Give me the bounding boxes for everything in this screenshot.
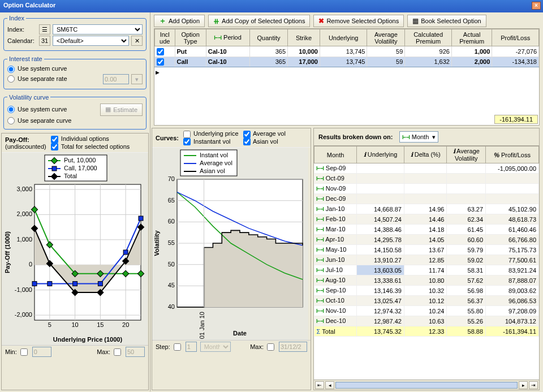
results-row[interactable]: ⊢⊣ Aug-1013,338.6110.8057.6287,888.07: [314, 275, 539, 286]
index-select[interactable]: SM6TC: [53, 24, 143, 35]
svg-text:70: 70: [168, 175, 175, 182]
step-unit: Month: [200, 342, 231, 352]
svg-text:Total: Total: [64, 173, 77, 179]
results-unit-select[interactable]: ⊢⊣ Month ▾: [399, 131, 438, 143]
calendar-icon[interactable]: 31: [39, 36, 50, 46]
results-row[interactable]: ⊢⊣ Sep-1013,146.3910.3256.9889,003.62: [314, 286, 539, 296]
cb-min[interactable]: [20, 348, 28, 356]
radio-system-rate[interactable]: Use system curve: [7, 65, 67, 73]
h-scrollbar[interactable]: ⇤ ◂ ▸ ⇥: [314, 380, 539, 390]
options-grid[interactable]: IncludeOptionType⊢⊣ PeriodQuantityStrike…: [154, 28, 540, 126]
svg-text:2,000: 2,000: [16, 211, 32, 218]
results-row[interactable]: ⊢⊣ Feb-1014,507.2414.4662.3448,618.73: [314, 214, 539, 225]
cb-avg[interactable]: Average vol: [243, 130, 286, 137]
calendar-clear-icon[interactable]: ✕: [131, 36, 143, 46]
results-row[interactable]: ⊢⊣ Oct-09: [314, 174, 539, 184]
grid-header[interactable]: Underlying: [320, 29, 367, 46]
svg-text:1,000: 1,000: [16, 236, 32, 243]
table-row[interactable]: ▶CallCal-1036517,00013,745591,6322,000-1…: [155, 57, 539, 67]
results-row[interactable]: ⊢⊣ Nov-1012,974.3210.2455.8097,208.09: [314, 306, 539, 316]
window-titlebar: Option Calculator ×: [0, 0, 543, 12]
cb-asian[interactable]: Asian vol: [243, 138, 278, 145]
svg-rect-40: [98, 282, 102, 286]
curves-chart: Instant volAverage volAsian vol404550556…: [152, 148, 308, 340]
scroll-right-icon[interactable]: ▸: [519, 381, 528, 389]
results-row[interactable]: ⊢⊣ Mar-1014,388.4614.1861.4561,460.46: [314, 225, 539, 235]
grid-header[interactable]: Quantity: [249, 29, 287, 46]
scroll-end-icon[interactable]: ⇥: [529, 381, 538, 389]
results-row[interactable]: ⊢⊣ Jan-1014,668.8714.9663.2745,102.90: [314, 204, 539, 214]
radio-separate-rate[interactable]: Use separate rate: [7, 75, 67, 83]
svg-text:5: 5: [48, 321, 51, 328]
plus-icon: ⧺: [213, 17, 219, 25]
cb-underlying[interactable]: Underlying price: [183, 130, 239, 137]
grid-header[interactable]: AverageVolatility: [367, 29, 405, 46]
grid-header[interactable]: Strike: [288, 29, 320, 46]
results-row[interactable]: ⊢⊣ May-1014,150.5813.6759.7975,175.73: [314, 245, 539, 255]
row-include[interactable]: [157, 58, 164, 66]
scroll-left-icon[interactable]: ◂: [325, 381, 334, 389]
max-input: [126, 347, 145, 357]
svg-text:60: 60: [168, 218, 175, 225]
interest-panel: Interest rate Use system curve Use separ…: [3, 55, 146, 89]
svg-text:20: 20: [122, 321, 129, 328]
svg-rect-39: [73, 282, 77, 286]
cb-individual[interactable]: Individual options: [51, 135, 109, 142]
cb-instant[interactable]: Instantant vol: [183, 138, 231, 145]
results-row[interactable]: ⊢⊣ Oct-1013,025.4710.1256.3796,086.53: [314, 296, 539, 306]
calendar-select[interactable]: <Default>: [53, 36, 129, 46]
results-row[interactable]: ⊢⊣ Sep-09-1,095,000.00: [314, 163, 539, 174]
step-val: [186, 342, 197, 352]
close-icon[interactable]: ×: [532, 2, 541, 10]
rate-stepper: ▾: [131, 74, 143, 84]
cb-total[interactable]: Total for selected options: [51, 143, 130, 150]
results-row[interactable]: ⊢⊣ Dec-1012,987.4210.6355.26104,873.12: [314, 316, 539, 326]
add-option-button[interactable]: ＋Add Option: [154, 15, 205, 27]
grid-header[interactable]: Profit/Loss: [492, 29, 539, 46]
results-total-row: Σ Total13,745.3212.3358.88-161,394.11: [314, 326, 539, 337]
estimate-button: ▦ Estimate: [100, 104, 143, 116]
results-header[interactable]: ℹ Underlying: [357, 147, 404, 163]
svg-text:3,000: 3,000: [16, 186, 32, 192]
grid-header[interactable]: ⊢⊣ Period: [206, 29, 249, 46]
results-row[interactable]: ⊢⊣ Apr-1014,295.7814.0560.6066,766.80: [314, 235, 539, 245]
svg-text:0: 0: [29, 261, 32, 268]
results-row[interactable]: ⊢⊣ Jun-1013,910.2712.8559.0277,500.61: [314, 255, 539, 265]
row-include[interactable]: [157, 48, 164, 55]
results-row[interactable]: ⊢⊣ Jul-1013,603.0511.7458.3183,921.24: [314, 265, 539, 275]
grid-total: -161,394.11: [494, 115, 538, 124]
results-table[interactable]: Monthℹ Underlyingℹ Delta (%)ℹ AverageVol…: [314, 146, 539, 337]
index-icon[interactable]: ☰: [39, 24, 50, 35]
svg-text:Asian vol: Asian vol: [200, 167, 225, 174]
addcopy-button[interactable]: ⧺Add Copy of Selected Options: [208, 15, 310, 27]
scroll-start-icon[interactable]: ⇤: [315, 381, 324, 389]
results-row[interactable]: ⊢⊣ Dec-09: [314, 194, 539, 204]
results-panel: Results broken down on: ⊢⊣ Month ▾ Month…: [313, 128, 540, 390]
curves-panel: Curves: Underlying price Instantant vol …: [152, 128, 311, 390]
payoff-panel: Pay-Off:(undiscounted) Individual option…: [1, 133, 149, 390]
book-button[interactable]: ▦Book Selected Option: [407, 15, 486, 27]
results-header[interactable]: ℹ Delta (%): [404, 147, 447, 163]
remove-button[interactable]: ✖Remove Selected Options: [313, 15, 404, 27]
grid-header[interactable]: ActualPremium: [451, 29, 492, 46]
grid-header[interactable]: Include: [155, 29, 175, 46]
cb-curvemax[interactable]: [267, 343, 274, 351]
svg-text:Put, 10,000: Put, 10,000: [64, 157, 96, 163]
results-row[interactable]: ⊢⊣ Nov-09: [314, 184, 539, 194]
calendar-label: Calendar:: [7, 37, 37, 44]
svg-text:65: 65: [168, 197, 175, 204]
svg-rect-38: [48, 282, 52, 286]
radio-separate-curve[interactable]: Use separate curve: [7, 117, 71, 125]
radio-system-curve[interactable]: Use system curve: [7, 106, 67, 114]
cb-max[interactable]: [114, 348, 121, 356]
results-header[interactable]: ℹ AverageVolatility: [447, 147, 486, 163]
svg-rect-42: [139, 216, 143, 221]
grid-header[interactable]: OptionType: [175, 29, 206, 46]
results-header[interactable]: % Profit/Loss: [486, 147, 539, 163]
grid-header[interactable]: CalculatedPremium: [405, 29, 452, 46]
cb-step[interactable]: [174, 343, 181, 351]
table-row[interactable]: PutCal-1036510,00013,745599261,000-27,07…: [155, 46, 539, 57]
book-icon: ▦: [412, 17, 419, 25]
svg-text:Volatility: Volatility: [153, 230, 160, 256]
results-header[interactable]: Month: [314, 147, 357, 163]
